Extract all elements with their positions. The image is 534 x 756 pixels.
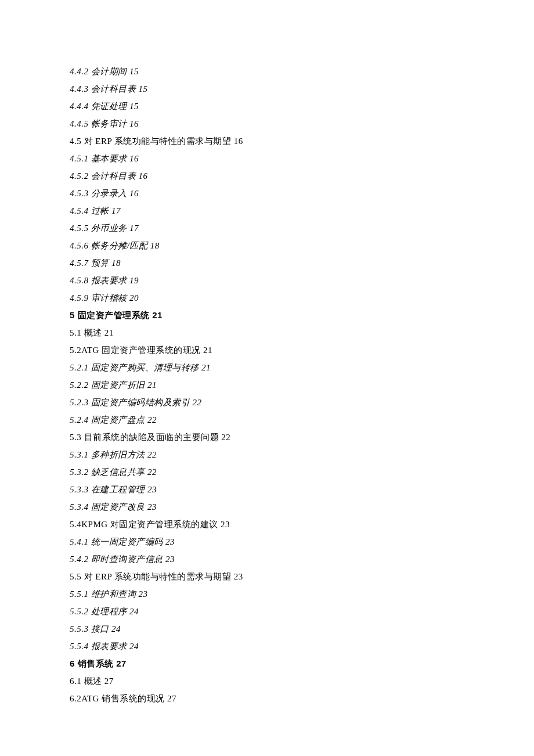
toc-entry: 5.4.2 即时查询资产信息 23 bbox=[70, 550, 464, 568]
table-of-contents: 4.4.2 会计期间 154.4.3 会计科目表 154.4.4 凭证处理 15… bbox=[70, 63, 464, 707]
toc-entry: 4.5.7 预算 18 bbox=[70, 254, 464, 272]
toc-entry: 5.5.3 接口 24 bbox=[70, 620, 464, 638]
toc-entry: 5.3 目前系统的缺陷及面临的主要问题 22 bbox=[70, 429, 464, 446]
toc-entry: 5.5.2 处理程序 24 bbox=[70, 603, 464, 620]
toc-entry: 5.2.3 固定资产编码结构及索引 22 bbox=[70, 394, 464, 411]
toc-entry: 4.5.3 分录录入 16 bbox=[70, 185, 464, 202]
toc-entry: 5.2.2 固定资产折旧 21 bbox=[70, 376, 464, 394]
toc-entry: 4.5.4 过帐 17 bbox=[70, 202, 464, 219]
toc-entry: 5.2.1 固定资产购买、清理与转移 21 bbox=[70, 359, 464, 376]
toc-entry: 4.5 对 ERP 系统功能与特性的需求与期望 16 bbox=[70, 132, 464, 150]
toc-entry: 5.3.4 固定资产改良 23 bbox=[70, 498, 464, 516]
toc-entry: 5.5 对 ERP 系统功能与特性的需求与期望 23 bbox=[70, 568, 464, 585]
toc-entry: 4.5.2 会计科目表 16 bbox=[70, 167, 464, 185]
toc-entry: 5.2ATG 固定资产管理系统的现况 21 bbox=[70, 341, 464, 359]
toc-entry: 5.3.3 在建工程管理 23 bbox=[70, 481, 464, 498]
toc-entry: 5.4KPMG 对固定资产管理系统的建议 23 bbox=[70, 516, 464, 533]
toc-entry: 4.5.1 基本要求 16 bbox=[70, 150, 464, 167]
toc-entry: 5.5.1 维护和查询 23 bbox=[70, 585, 464, 603]
toc-entry: 4.5.6 帐务分摊/匹配 18 bbox=[70, 237, 464, 254]
toc-entry: 4.4.4 凭证处理 15 bbox=[70, 98, 464, 115]
toc-entry: 5.3.1 多种折旧方法 22 bbox=[70, 446, 464, 463]
toc-entry: 5.3.2 缺乏信息共享 22 bbox=[70, 463, 464, 481]
toc-entry: 4.4.2 会计期间 15 bbox=[70, 63, 464, 80]
toc-entry: 5 固定资产管理系统 21 bbox=[70, 307, 464, 324]
toc-entry: 6.2ATG 销售系统的现况 27 bbox=[70, 690, 464, 707]
toc-entry: 5.1 概述 21 bbox=[70, 324, 464, 341]
toc-entry: 6 销售系统 27 bbox=[70, 655, 464, 672]
toc-entry: 4.5.5 外币业务 17 bbox=[70, 219, 464, 237]
toc-entry: 4.5.8 报表要求 19 bbox=[70, 272, 464, 289]
toc-entry: 5.2.4 固定资产盘点 22 bbox=[70, 411, 464, 429]
document-page: 4.4.2 会计期间 154.4.3 会计科目表 154.4.4 凭证处理 15… bbox=[0, 0, 534, 756]
toc-entry: 5.5.4 报表要求 24 bbox=[70, 638, 464, 655]
toc-entry: 4.4.3 会计科目表 15 bbox=[70, 80, 464, 98]
toc-entry: 5.4.1 统一固定资产编码 23 bbox=[70, 533, 464, 550]
toc-entry: 6.1 概述 27 bbox=[70, 672, 464, 690]
toc-entry: 4.4.5 帐务审计 16 bbox=[70, 115, 464, 132]
toc-entry: 4.5.9 审计稽核 20 bbox=[70, 289, 464, 307]
